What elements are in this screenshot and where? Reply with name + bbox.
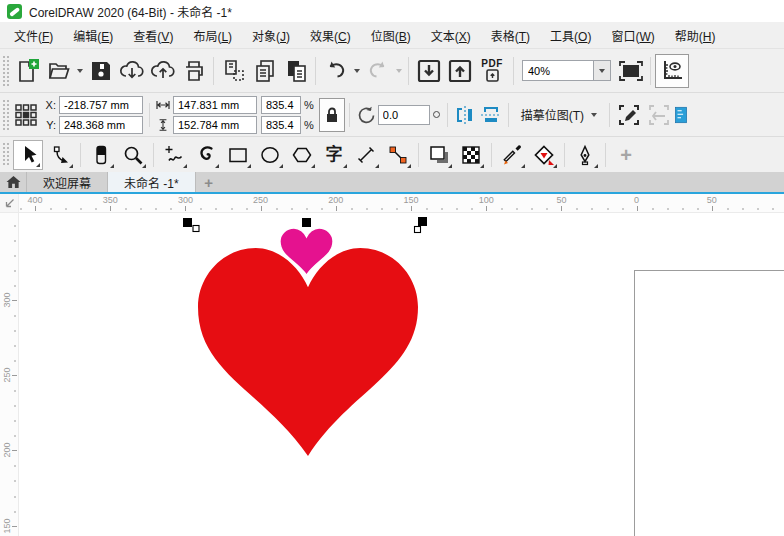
- paste-button[interactable]: [280, 55, 311, 87]
- rotation-angle-input[interactable]: [378, 105, 430, 125]
- color-eyedropper-tool[interactable]: [497, 140, 527, 170]
- toolbox: 字: [0, 136, 784, 172]
- height-icon: [156, 119, 170, 131]
- open-dropdown[interactable]: [74, 56, 85, 86]
- toolbox-separator: [418, 143, 419, 167]
- cut-button[interactable]: [218, 55, 249, 87]
- canvas-overlay: [0, 194, 784, 536]
- pick-tool[interactable]: [13, 140, 43, 170]
- toolbar-separator: [513, 57, 514, 85]
- zoom-tool[interactable]: [118, 140, 148, 170]
- text-tool-glyph: 字: [326, 146, 343, 163]
- menu-item-j[interactable]: 对象(J): [242, 25, 300, 46]
- save-button[interactable]: [85, 55, 116, 87]
- print-button[interactable]: [178, 55, 209, 87]
- fullscreen-preview-button[interactable]: [615, 55, 646, 87]
- menu-item-b[interactable]: 位图(B): [361, 25, 421, 46]
- menu-item-x[interactable]: 文本(X): [421, 25, 481, 46]
- handle-top-right[interactable]: [418, 217, 427, 226]
- zoom-dropdown-button[interactable]: [594, 60, 611, 81]
- mirror-horizontal-button[interactable]: [452, 100, 478, 130]
- copy-button[interactable]: [249, 55, 280, 87]
- undo-button[interactable]: [320, 55, 351, 87]
- toolbar-grip[interactable]: [2, 55, 9, 85]
- ellipse-tool[interactable]: [255, 140, 285, 170]
- edit-bitmap-button[interactable]: [614, 99, 644, 131]
- polygon-tool[interactable]: [287, 140, 317, 170]
- undo-dropdown[interactable]: [351, 56, 362, 86]
- new-tab-button[interactable]: +: [196, 172, 222, 192]
- app-window: CorelDRAW 2020 (64-Bit) - 未命名 -1* 文件(F)编…: [0, 0, 784, 536]
- new-tab-plus: +: [204, 174, 213, 191]
- width-icon: [156, 100, 170, 110]
- object-width-input[interactable]: [173, 96, 257, 114]
- red-heart-shape[interactable]: [198, 248, 418, 456]
- edit-node-right[interactable]: [415, 227, 421, 233]
- pdf-box-icon: [486, 69, 499, 82]
- plus-icon: +: [620, 145, 632, 165]
- handle-top-center[interactable]: [302, 218, 311, 227]
- open-button[interactable]: [43, 55, 74, 87]
- toolbar-separator: [213, 57, 214, 85]
- toolbar-separator: [149, 103, 150, 127]
- menu-item-c[interactable]: 效果(C): [300, 25, 361, 46]
- lock-ratio-button[interactable]: [319, 98, 345, 132]
- new-document-button[interactable]: [12, 55, 43, 87]
- x-position-input[interactable]: [59, 96, 143, 114]
- tab-document[interactable]: 未命名 -1*: [108, 172, 196, 192]
- drop-shadow-tool[interactable]: [424, 140, 454, 170]
- menu-item-v[interactable]: 查看(V): [123, 25, 183, 46]
- toolbar-grip[interactable]: [2, 99, 9, 129]
- show-rulers-button[interactable]: [655, 54, 689, 88]
- zoom-level-input[interactable]: [522, 60, 594, 81]
- toolbar-grip[interactable]: [2, 142, 9, 167]
- text-tool[interactable]: 字: [319, 140, 349, 170]
- freehand-tool[interactable]: [159, 140, 189, 170]
- rectangle-tool[interactable]: [223, 140, 253, 170]
- tab-welcome-screen[interactable]: 欢迎屏幕: [27, 172, 108, 192]
- redo-button: [362, 55, 393, 87]
- menu-item-t[interactable]: 表格(T): [481, 25, 540, 46]
- mirror-vertical-button[interactable]: [478, 100, 504, 130]
- home-tab[interactable]: [0, 172, 27, 192]
- handle-top-left[interactable]: [183, 218, 192, 227]
- pdf-label: PDF: [481, 59, 503, 69]
- zoom-level-combobox[interactable]: [522, 60, 611, 81]
- transparency-tool[interactable]: [456, 140, 486, 170]
- dimension-tool[interactable]: [351, 140, 381, 170]
- tab-welcome-label: 欢迎屏幕: [43, 174, 91, 191]
- menu-item-l[interactable]: 布局(L): [183, 25, 242, 46]
- artistic-media-tool[interactable]: [191, 140, 221, 170]
- menu-item-h[interactable]: 帮助(H): [665, 25, 726, 46]
- cloud-download-button[interactable]: [116, 55, 147, 87]
- image-adjust-button[interactable]: [674, 100, 688, 130]
- scale-vertical-input[interactable]: [261, 116, 301, 134]
- import-button[interactable]: [413, 55, 444, 87]
- chevron-down-icon: [591, 113, 597, 117]
- tab-document-label: 未命名 -1*: [124, 174, 179, 191]
- object-height-input[interactable]: [173, 116, 257, 134]
- y-position-input[interactable]: [59, 116, 143, 134]
- menu-item-e[interactable]: 编辑(E): [63, 25, 123, 46]
- outline-pen-tool[interactable]: [570, 140, 600, 170]
- drawing-workspace[interactable]: 40035030025020015010050050 300250200150: [0, 194, 784, 536]
- toolbox-separator: [491, 143, 492, 167]
- home-icon: [6, 175, 21, 189]
- export-button[interactable]: [444, 55, 475, 87]
- eraser-tool[interactable]: [86, 140, 116, 170]
- publish-pdf-button[interactable]: PDF: [475, 54, 509, 88]
- interactive-fill-tool[interactable]: [529, 140, 559, 170]
- toolbar-separator: [650, 57, 651, 85]
- menu-item-w[interactable]: 窗口(W): [601, 25, 664, 46]
- trace-bitmap-button[interactable]: 描摹位图(T): [513, 100, 605, 130]
- title-bar: CorelDRAW 2020 (64-Bit) - 未命名 -1*: [0, 0, 784, 22]
- edit-node-left[interactable]: [193, 226, 199, 232]
- shape-tool[interactable]: [45, 140, 75, 170]
- cloud-upload-button[interactable]: [147, 55, 178, 87]
- connector-tool[interactable]: [383, 140, 413, 170]
- standard-toolbar: PDF: [0, 48, 784, 92]
- menu-item-f[interactable]: 文件(F): [4, 25, 63, 46]
- menu-item-o[interactable]: 工具(O): [540, 25, 601, 46]
- property-bar: X: Y:: [0, 92, 784, 136]
- scale-horizontal-input[interactable]: [261, 96, 301, 114]
